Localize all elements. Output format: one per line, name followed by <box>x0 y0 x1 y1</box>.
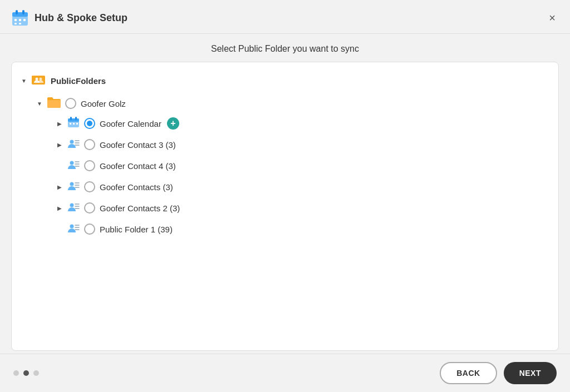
list-item: Goofer Contact 3 (3) <box>56 138 549 151</box>
svg-point-36 <box>70 225 74 229</box>
svg-rect-15 <box>70 117 72 120</box>
level1-label: Goofer Golz <box>81 99 126 108</box>
main-window: Hub & Spoke Setup × Select Public Folder… <box>0 0 570 392</box>
yellow-folder-icon <box>47 97 61 110</box>
level1-folder: Goofer Golz <box>36 97 549 236</box>
footer: BACK NEXT <box>0 354 570 392</box>
svg-rect-3 <box>22 10 24 14</box>
footer-buttons: BACK NEXT <box>440 362 557 384</box>
svg-point-32 <box>70 204 74 207</box>
contacts-item-icon-1 <box>67 138 80 151</box>
item-expand-arrow-1[interactable] <box>56 141 63 148</box>
item-label-5: Public Folder 1 (39) <box>100 225 173 234</box>
back-button[interactable]: BACK <box>440 362 497 384</box>
svg-rect-16 <box>75 117 77 120</box>
list-item: Goofer Calendar + <box>56 117 549 130</box>
title-bar-left: Hub & Spoke Setup <box>11 9 127 27</box>
level1-radio[interactable] <box>65 98 76 109</box>
progress-dots <box>13 370 39 376</box>
title-bar: Hub & Spoke Setup × <box>0 0 570 34</box>
item-label-2: Goofer Contact 4 (3) <box>100 161 176 171</box>
contacts-item-icon-3 <box>67 180 80 193</box>
item-radio-4[interactable] <box>84 202 95 214</box>
item-radio-1[interactable] <box>84 139 95 150</box>
svg-rect-2 <box>16 10 18 14</box>
svg-point-11 <box>36 78 38 81</box>
item-expand-arrow-3[interactable] <box>56 183 63 190</box>
item-radio-2[interactable] <box>84 160 95 171</box>
svg-rect-6 <box>23 19 26 21</box>
svg-rect-7 <box>14 23 17 24</box>
item-label-1: Goofer Contact 3 (3) <box>100 140 176 150</box>
folder-tree: PublicFolders Goofer Golz <box>11 62 559 351</box>
calendar-title-icon <box>11 9 29 27</box>
window-title: Hub & Spoke Setup <box>35 12 127 24</box>
list-item: Public Folder 1 (39) <box>67 222 549 236</box>
close-button[interactable]: × <box>546 11 559 24</box>
svg-rect-5 <box>19 19 21 21</box>
item-radio-5[interactable] <box>84 224 95 235</box>
dot-3 <box>33 370 39 376</box>
root-collapse-arrow[interactable] <box>21 77 27 84</box>
item-expand-arrow-4[interactable] <box>56 205 63 211</box>
item-label-3: Goofer Contacts (3) <box>100 182 173 192</box>
item-radio-3[interactable] <box>84 181 95 192</box>
item-radio-0[interactable] <box>84 118 95 129</box>
calendar-item-icon <box>67 117 80 130</box>
content-area: PublicFolders Goofer Golz <box>0 62 570 354</box>
page-subtitle: Select Public Folder you want to sync <box>0 34 570 62</box>
svg-point-24 <box>70 161 74 165</box>
svg-rect-1 <box>12 12 28 17</box>
svg-rect-17 <box>70 123 71 125</box>
item-label-0: Goofer Calendar <box>100 119 161 128</box>
svg-point-12 <box>40 78 42 81</box>
svg-rect-8 <box>19 23 21 24</box>
item-label-4: Goofer Contacts 2 (3) <box>100 204 180 213</box>
list-item: Goofer Contacts 2 (3) <box>56 201 549 215</box>
svg-rect-18 <box>73 123 75 125</box>
contacts-item-icon-2 <box>67 159 80 172</box>
tree-root: PublicFolders <box>21 73 549 88</box>
level2-items: Goofer Calendar + <box>56 117 549 236</box>
root-label: PublicFolders <box>51 76 106 86</box>
svg-rect-14 <box>68 118 79 122</box>
contacts-item-icon-5 <box>67 222 80 236</box>
list-item: Goofer Contact 4 (3) <box>67 159 549 172</box>
svg-point-20 <box>70 140 74 144</box>
level1-collapse-arrow[interactable] <box>36 100 43 107</box>
level1-header: Goofer Golz <box>36 97 549 110</box>
dot-2 <box>23 370 29 376</box>
svg-rect-19 <box>76 123 78 125</box>
plus-badge[interactable]: + <box>167 117 179 130</box>
dot-1 <box>13 370 19 376</box>
public-folders-icon <box>32 73 46 88</box>
svg-point-28 <box>70 182 74 186</box>
next-button[interactable]: NEXT <box>504 362 557 384</box>
contacts-item-icon-4 <box>67 201 80 215</box>
list-item: Goofer Contacts (3) <box>56 180 549 193</box>
item-expand-arrow-0[interactable] <box>56 120 63 127</box>
svg-rect-4 <box>14 19 17 21</box>
svg-rect-10 <box>32 76 37 78</box>
